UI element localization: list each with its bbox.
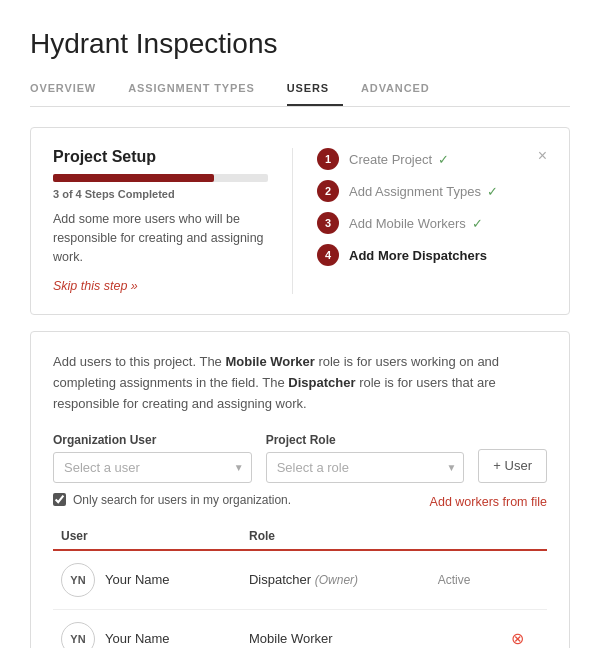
users-table-header-row: User Role: [53, 523, 547, 550]
checkmark-2: ✓: [487, 184, 498, 199]
col-role: Role: [241, 523, 430, 550]
users-description: Add users to this project. The Mobile Wo…: [53, 352, 547, 414]
step-text-3: Add Mobile Workers ✓: [349, 216, 483, 231]
progress-bar-fill: [53, 174, 214, 182]
tabs-nav: OVERVIEW ASSIGNMENT TYPES USERS ADVANCED: [30, 74, 570, 107]
options-row: Only search for users in my organization…: [53, 493, 547, 513]
add-user-button[interactable]: + User: [478, 449, 547, 483]
role-cell-2: Mobile Worker: [241, 609, 430, 648]
org-user-group: Organization User Select a user ▼: [53, 433, 252, 483]
steps-label: 3 of 4 Steps Completed: [53, 188, 268, 200]
users-table-body: YN Your Name Dispatcher (Owner) Active: [53, 550, 547, 648]
setup-card: Project Setup 3 of 4 Steps Completed Add…: [30, 127, 570, 315]
remove-user-button[interactable]: ⊗: [511, 629, 524, 648]
tab-advanced[interactable]: ADVANCED: [361, 74, 444, 106]
step-circle-4: 4: [317, 244, 339, 266]
status-cell-2: [430, 609, 503, 648]
status-cell-1: Active: [430, 550, 503, 610]
step-text-4: Add More Dispatchers: [349, 248, 487, 263]
action-cell-1: [503, 550, 547, 610]
step-3: 3 Add Mobile Workers ✓: [317, 212, 547, 234]
step-2: 2 Add Assignment Types ✓: [317, 180, 547, 202]
project-role-label: Project Role: [266, 433, 465, 447]
close-icon[interactable]: ×: [538, 148, 547, 164]
org-user-label: Organization User: [53, 433, 252, 447]
org-search-label: Only search for users in my organization…: [73, 493, 291, 507]
page-container: Hydrant Inspections OVERVIEW ASSIGNMENT …: [0, 0, 600, 648]
avatar-2: YN: [61, 622, 95, 648]
mobile-worker-bold: Mobile Worker: [225, 354, 314, 369]
setup-description: Add some more users who will be responsi…: [53, 210, 268, 266]
step-text-2: Add Assignment Types ✓: [349, 184, 498, 199]
step-circle-2: 2: [317, 180, 339, 202]
status-badge-1: Active: [438, 573, 471, 587]
col-action: [503, 523, 547, 550]
user-select-wrapper: Select a user ▼: [53, 452, 252, 483]
setup-left: Project Setup 3 of 4 Steps Completed Add…: [53, 148, 293, 294]
org-search-checkbox-row: Only search for users in my organization…: [53, 493, 291, 507]
col-user: User: [53, 523, 241, 550]
users-table: User Role YN Your Name Dispa: [53, 523, 547, 648]
step-4: 4 Add More Dispatchers: [317, 244, 547, 266]
project-role-group: Project Role Select a role ▼: [266, 433, 465, 483]
add-from-file-link[interactable]: Add workers from file: [430, 495, 547, 509]
role-suffix-1: (Owner): [315, 573, 358, 587]
step-circle-3: 3: [317, 212, 339, 234]
users-card: Add users to this project. The Mobile Wo…: [30, 331, 570, 648]
step-text-1: Create Project ✓: [349, 152, 449, 167]
setup-title: Project Setup: [53, 148, 268, 166]
page-title: Hydrant Inspections: [30, 28, 570, 60]
user-select[interactable]: Select a user: [53, 452, 252, 483]
checkmark-1: ✓: [438, 152, 449, 167]
user-cell-2: YN Your Name: [53, 609, 241, 648]
add-user-form-row: Organization User Select a user ▼ Projec…: [53, 433, 547, 483]
progress-bar-container: [53, 174, 268, 182]
tab-assignment-types[interactable]: ASSIGNMENT TYPES: [128, 74, 269, 106]
user-name-1: Your Name: [105, 572, 170, 587]
tab-overview[interactable]: OVERVIEW: [30, 74, 110, 106]
checkmark-3: ✓: [472, 216, 483, 231]
setup-right: × 1 Create Project ✓ 2 Add Assignment Ty…: [293, 148, 547, 294]
users-table-head: User Role: [53, 523, 547, 550]
table-row: YN Your Name Dispatcher (Owner) Active: [53, 550, 547, 610]
avatar-1: YN: [61, 563, 95, 597]
table-row: YN Your Name Mobile Worker ⊗: [53, 609, 547, 648]
step-circle-1: 1: [317, 148, 339, 170]
step-1: 1 Create Project ✓: [317, 148, 547, 170]
dispatcher-bold: Dispatcher: [288, 375, 355, 390]
role-cell-1: Dispatcher (Owner): [241, 550, 430, 610]
user-name-2: Your Name: [105, 631, 170, 646]
user-cell-1: YN Your Name: [53, 550, 241, 610]
skip-link[interactable]: Skip this step »: [53, 279, 138, 293]
role-select-wrapper: Select a role ▼: [266, 452, 465, 483]
tab-users[interactable]: USERS: [287, 74, 343, 106]
role-select[interactable]: Select a role: [266, 452, 465, 483]
action-cell-2: ⊗: [503, 609, 547, 648]
org-search-checkbox[interactable]: [53, 493, 66, 506]
col-status: [430, 523, 503, 550]
